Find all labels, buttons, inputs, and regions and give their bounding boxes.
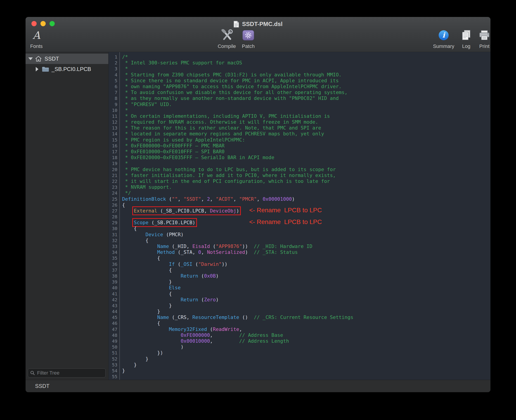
code-line-47[interactable]: Memory32Fixed (ReadWrite, — [122, 326, 490, 332]
code-line-20[interactable]: * PMC device has nothing to do to LPC bu… — [122, 167, 490, 172]
code-line-11[interactable]: * On certain implementations, including … — [122, 113, 490, 119]
code-line-10[interactable]: * — [122, 107, 490, 113]
code-line-2[interactable]: * Intel 300-series PMC support for macOS — [122, 60, 490, 66]
code-line-46[interactable]: { — [122, 320, 490, 326]
home-icon — [35, 55, 42, 62]
code-line-45[interactable]: Name (_CRS, ResourceTemplate () // _CRS:… — [122, 315, 490, 320]
code-line-40[interactable]: Else — [122, 285, 490, 291]
code-line-39[interactable]: } — [122, 279, 490, 285]
line-number: 31 — [108, 232, 119, 238]
code-line-18[interactable]: * 0xFE020000~0xFE035FFF – SerialIo BAR i… — [122, 155, 490, 160]
code-area[interactable]: /* * Intel 300-series PMC support for ma… — [120, 52, 490, 380]
log-button[interactable]: Log — [458, 29, 474, 50]
line-number: 4 — [108, 72, 119, 78]
line-number: 14 — [108, 131, 119, 137]
code-line-41[interactable]: { — [122, 291, 490, 297]
document-icon — [233, 21, 239, 28]
line-number: 33 — [108, 243, 119, 249]
code-line-25[interactable]: DefinitionBlock ("", "SSDT", 2, "ACDT", … — [122, 196, 490, 202]
code-line-33[interactable]: Name (_HID, EisaId ("APP9876")) // _HID:… — [122, 243, 490, 249]
line-number: 37 — [108, 267, 119, 273]
code-line-23[interactable]: * NVRAM support. — [122, 184, 490, 190]
code-line-21[interactable]: * faster initialisation. If we add it to… — [122, 172, 490, 178]
code-line-8[interactable]: * as they normally use another non-stand… — [122, 95, 490, 101]
disclosure-triangle-expanded[interactable] — [28, 57, 33, 60]
patch-label: Patch — [242, 43, 255, 49]
status-text: SSDT — [35, 383, 50, 389]
line-number: 38 — [108, 273, 119, 279]
line-number: 10 — [108, 107, 119, 113]
code-line-43[interactable]: } — [122, 303, 490, 308]
code-line-15[interactable]: * PMC region is used by AppleIntelPCHPMC… — [122, 137, 490, 143]
line-number: 47 — [108, 326, 119, 332]
fonts-icon: A — [33, 29, 40, 42]
code-line-5[interactable]: * Since there is no standard device for … — [122, 78, 490, 84]
code-line-49[interactable]: 0x00010000, // Address Length — [122, 338, 490, 344]
code-line-55[interactable] — [122, 374, 490, 380]
code-line-13[interactable]: * The reason for this is rather unclear.… — [122, 125, 490, 131]
line-number: 18 — [108, 155, 119, 160]
code-line-34[interactable]: Method (_STA, 0, NotSerialized) // _STA:… — [122, 249, 490, 255]
line-number: 27 — [108, 208, 119, 214]
code-line-3[interactable]: * — [122, 66, 490, 72]
code-line-17[interactable]: * 0xFE010000~0xFE010FFF – SPI BAR0 — [122, 149, 490, 155]
line-number: 13 — [108, 125, 119, 131]
line-number: 11 — [108, 113, 119, 119]
sidebar-item-ssdt[interactable]: SSDT — [26, 53, 108, 64]
line-number: 40 — [108, 285, 119, 291]
line-number: 23 — [108, 184, 119, 190]
code-line-19[interactable]: * — [122, 160, 490, 166]
code-line-32[interactable]: { — [122, 238, 490, 243]
code-line-54[interactable]: } — [122, 368, 490, 374]
filter-input[interactable] — [28, 368, 106, 377]
file-tree: SSDT_SB.PCI0.LPCB — [26, 52, 108, 74]
line-number: 44 — [108, 308, 119, 315]
editor[interactable]: 1234567891011121314151617181920212223242… — [108, 52, 490, 380]
code-line-27[interactable]: External (_SB_.PCI0.LPCB, DeviceObj)<- R… — [122, 208, 490, 214]
print-button[interactable]: Print — [475, 29, 490, 50]
line-number: 43 — [108, 303, 119, 308]
disclosure-triangle-collapsed[interactable] — [36, 67, 38, 71]
code-line-24[interactable]: */ — [122, 190, 490, 196]
line-number: 36 — [108, 261, 119, 267]
log-icon — [461, 29, 471, 42]
code-line-50[interactable]: ) — [122, 344, 490, 350]
line-number: 55 — [108, 374, 119, 380]
line-number: 28 — [108, 214, 119, 220]
code-line-12[interactable]: * required for NVRAM access. Otherwise i… — [122, 119, 490, 125]
code-line-30[interactable]: { — [122, 225, 490, 232]
code-line-9[interactable]: * "PCHRESV" UID. — [122, 102, 490, 107]
code-line-22[interactable]: * it will start in the end of PCI config… — [122, 178, 490, 184]
line-number: 48 — [108, 332, 119, 338]
sidebar-item-_sb.pci0.lpcb[interactable]: _SB.PCI0.LPCB — [26, 64, 108, 74]
line-number: 9 — [108, 102, 119, 107]
compile-button[interactable]: Compile — [214, 29, 239, 50]
code-line-36[interactable]: If (_OSI ("Darwin")) — [122, 261, 490, 267]
code-line-48[interactable]: 0xFE000000, // Address Base — [122, 332, 490, 338]
code-line-4[interactable]: * Starting from Z390 chipsets PMC (D31:F… — [122, 72, 490, 78]
code-line-14[interactable]: * located in separate memory regions and… — [122, 131, 490, 137]
code-line-51[interactable]: }) — [122, 350, 490, 356]
line-number: 16 — [108, 143, 119, 149]
code-line-31[interactable]: Device (PMCR) — [122, 232, 490, 238]
code-line-1[interactable]: /* — [122, 54, 490, 60]
code-line-44[interactable]: } — [122, 308, 490, 315]
code-line-16[interactable]: * 0xFE000000~0xFE00FFFF – PMC MBAR — [122, 143, 490, 149]
line-number: 41 — [108, 291, 119, 297]
fonts-button[interactable]: A Fonts — [27, 29, 46, 50]
code-line-7[interactable]: * To avoid confusion we disable this dev… — [122, 90, 490, 95]
tree-item-label: SSDT — [45, 56, 59, 62]
log-label: Log — [462, 43, 470, 49]
code-line-38[interactable]: Return (0x0B) — [122, 273, 490, 279]
line-number: 32 — [108, 238, 119, 243]
code-line-29[interactable]: Scope (_SB.PCI0.LPCB)<- Rename LPCB to L… — [122, 220, 490, 225]
summary-button[interactable]: i Summary — [430, 29, 457, 50]
code-line-6[interactable]: * own naming "APP9876" to access this de… — [122, 84, 490, 90]
patch-button[interactable]: Patch — [239, 29, 257, 50]
code-line-53[interactable]: } — [122, 362, 490, 368]
summary-info-icon: i — [438, 29, 449, 42]
code-line-37[interactable]: { — [122, 267, 490, 273]
code-line-35[interactable]: { — [122, 255, 490, 261]
code-line-42[interactable]: Return (Zero) — [122, 297, 490, 303]
code-line-52[interactable]: } — [122, 356, 490, 362]
